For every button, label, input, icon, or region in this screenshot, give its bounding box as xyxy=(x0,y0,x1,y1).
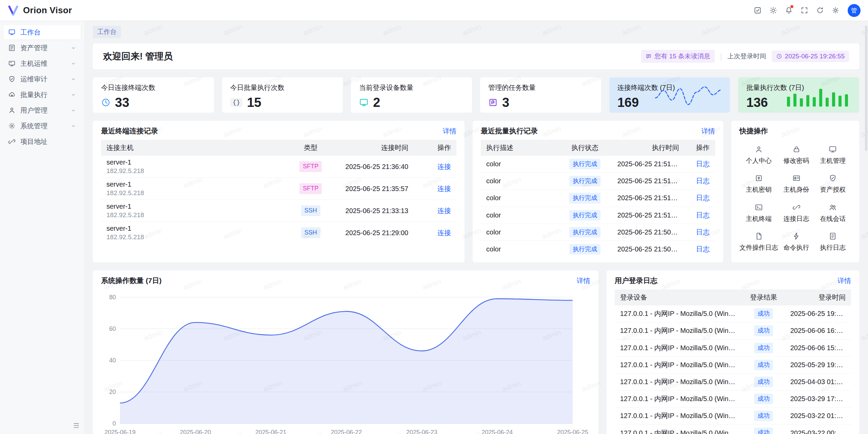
stats-row: 今日连接终端次数 33 今日批量执行次数 {} 15 当前登录设备数量 2 管理… xyxy=(93,77,859,113)
sidebar-item-ops-audit[interactable]: 运维审计 xyxy=(3,72,81,86)
operations-detail-link[interactable]: 详情 xyxy=(577,276,590,285)
terminal-record-row: server-1182.92.5.218SSH2025-06-25 21:33:… xyxy=(101,200,456,222)
gear-icon[interactable] xyxy=(829,4,842,17)
protocol-badge: SSH xyxy=(301,205,320,216)
host-cell: server-1182.92.5.218 xyxy=(101,178,286,200)
last-login-label: 上次登录时间 xyxy=(728,52,766,61)
breadcrumb: 工作台 xyxy=(93,26,859,38)
stat-card-login-devices: 当前登录设备数量 2 xyxy=(351,77,472,113)
square-check-icon[interactable] xyxy=(751,4,764,17)
login-log-row: 127.0.0.1 - 内网IP - Mozilla/5.0 (Windows … xyxy=(615,391,851,408)
status-badge: 执行完成 xyxy=(569,210,600,221)
device-cell: 127.0.0.1 - 内网IP - Mozilla/5.0 (Windows … xyxy=(615,305,743,322)
sidebar-item-asset-management[interactable]: 资产管理 xyxy=(3,41,81,55)
svg-text:60: 60 xyxy=(109,325,116,332)
quick-action-lightning[interactable]: 命令执行 xyxy=(784,232,809,252)
lightning-icon xyxy=(792,232,801,240)
action-cell: 连接 xyxy=(414,178,456,200)
quick-action-terminal[interactable]: 主机终端 xyxy=(746,203,772,223)
page-scrollbar[interactable] xyxy=(865,25,867,151)
quick-action-users[interactable]: 在线会话 xyxy=(820,203,846,223)
user-icon xyxy=(755,145,763,153)
stat-label: 管理的任务数量 xyxy=(488,83,593,92)
protocol-cell: SSH xyxy=(286,200,336,222)
connect-link[interactable]: 连接 xyxy=(437,185,451,192)
sidebar-item-project-url[interactable]: 项目地址 xyxy=(3,134,81,149)
protocol-badge: SSH xyxy=(301,227,320,238)
batch-record-row: color执行完成2025-06-25 21:51:17日志 xyxy=(481,190,715,207)
connect-link[interactable]: 连接 xyxy=(437,163,451,170)
stat-card-managed-tasks: 管理的任务数量 3 xyxy=(480,77,601,113)
status-badge: 执行完成 xyxy=(569,244,600,254)
quick-action-label: 主机身份 xyxy=(784,185,809,194)
welcome-title: 欢迎回来! 管理员 xyxy=(103,50,173,62)
stat-value: 33 xyxy=(115,96,129,109)
log-link[interactable]: 日志 xyxy=(696,194,710,202)
quick-action-label: 主机管理 xyxy=(820,156,846,165)
panel-title: 用户登录日志 xyxy=(615,276,657,285)
unread-messages-badge[interactable]: 您有 15 条未读消息 xyxy=(641,50,715,63)
sun-icon[interactable] xyxy=(766,4,780,17)
quick-action-link[interactable]: 连接日志 xyxy=(784,203,809,223)
sidebar-item-batch-execution[interactable]: 批量执行 xyxy=(3,88,81,102)
watermark-text: admin xyxy=(860,430,868,434)
fullscreen-icon[interactable] xyxy=(797,4,811,17)
divider: | xyxy=(720,52,722,61)
connect-link[interactable]: 连接 xyxy=(437,229,451,237)
quick-action-file[interactable]: 文件操作日志 xyxy=(739,232,778,252)
column-header: 登录设备 xyxy=(615,289,743,305)
chevron-down-icon xyxy=(71,45,76,51)
batch-records-panel: 最近批量执行记录 详情 执行描述 执行状态 执行时间 操作 color执行完成2… xyxy=(473,121,723,262)
connect-time-cell: 2025-06-25 21:29:00 xyxy=(336,222,414,244)
column-header: 操作 xyxy=(685,140,715,156)
terminal-detail-link[interactable]: 详情 xyxy=(443,127,456,136)
desc-cell: color xyxy=(481,207,558,224)
sidebar-item-user-management[interactable]: 用户管理 xyxy=(3,103,81,117)
batch-detail-link[interactable]: 详情 xyxy=(702,127,715,136)
log-link[interactable]: 日志 xyxy=(696,160,710,168)
quick-action-keybox[interactable]: 主机密钥 xyxy=(746,174,772,194)
stat-label: 当前登录设备数量 xyxy=(359,83,464,92)
protocol-cell: SSH xyxy=(286,222,336,244)
quick-action-dashboard[interactable]: 主机管理 xyxy=(820,145,846,165)
stat-value: 3 xyxy=(502,96,509,109)
refresh-icon[interactable] xyxy=(813,4,827,17)
sidebar-item-workbench[interactable]: 工作台 xyxy=(3,25,81,39)
log-link[interactable]: 日志 xyxy=(696,211,710,219)
connect-link[interactable]: 连接 xyxy=(437,207,451,214)
sidebar-item-label: 资产管理 xyxy=(20,43,66,53)
quick-action-lock[interactable]: 修改密码 xyxy=(784,145,809,165)
sidebar-item-system-management[interactable]: 系统管理 xyxy=(3,119,81,133)
last-login-time-badge: 2025-06-25 19:26:55 xyxy=(772,51,849,62)
stat-card-batch-today: 今日批量执行次数 {} 15 xyxy=(222,77,343,113)
login-logs-detail-link[interactable]: 详情 xyxy=(837,276,851,285)
app-brand[interactable]: Orion Visor xyxy=(7,5,72,16)
log-link[interactable]: 日志 xyxy=(696,177,710,185)
log-link[interactable]: 日志 xyxy=(696,228,710,236)
status-cell: 执行完成 xyxy=(558,190,612,207)
breadcrumb-item-workbench[interactable]: 工作台 xyxy=(93,26,121,38)
quick-action-idcard[interactable]: 主机身份 xyxy=(784,174,809,194)
success-badge: 成功 xyxy=(754,428,773,434)
audit-icon xyxy=(8,75,16,83)
operations-chart-panel: 系统操作数量 (7日) 详情 0204060802025-06-192025-0… xyxy=(93,270,598,434)
chevron-down-icon xyxy=(71,124,76,129)
quick-action-doc[interactable]: 执行日志 xyxy=(820,232,846,252)
desc-cell: color xyxy=(481,224,558,241)
log-link[interactable]: 日志 xyxy=(696,245,710,253)
link-icon xyxy=(792,203,801,211)
user-avatar[interactable]: 管 xyxy=(848,4,861,17)
lock-icon xyxy=(792,145,801,153)
bell-icon[interactable] xyxy=(782,4,795,17)
exec-time-cell: 2025-06-25 21:50:42 xyxy=(612,224,685,241)
sidebar-collapse-icon[interactable] xyxy=(71,420,81,431)
sidebar-item-host-ops[interactable]: 主机运维 xyxy=(3,56,81,71)
column-header: 连接时间 xyxy=(336,140,414,156)
quick-action-user[interactable]: 个人中心 xyxy=(746,145,772,165)
status-cell: 执行完成 xyxy=(558,156,612,173)
clock-icon xyxy=(101,98,111,107)
idcard-icon xyxy=(792,174,801,182)
system-icon xyxy=(8,122,16,130)
quick-action-audit[interactable]: 资产授权 xyxy=(820,174,846,194)
terminal-7d-sparkline xyxy=(653,84,724,108)
